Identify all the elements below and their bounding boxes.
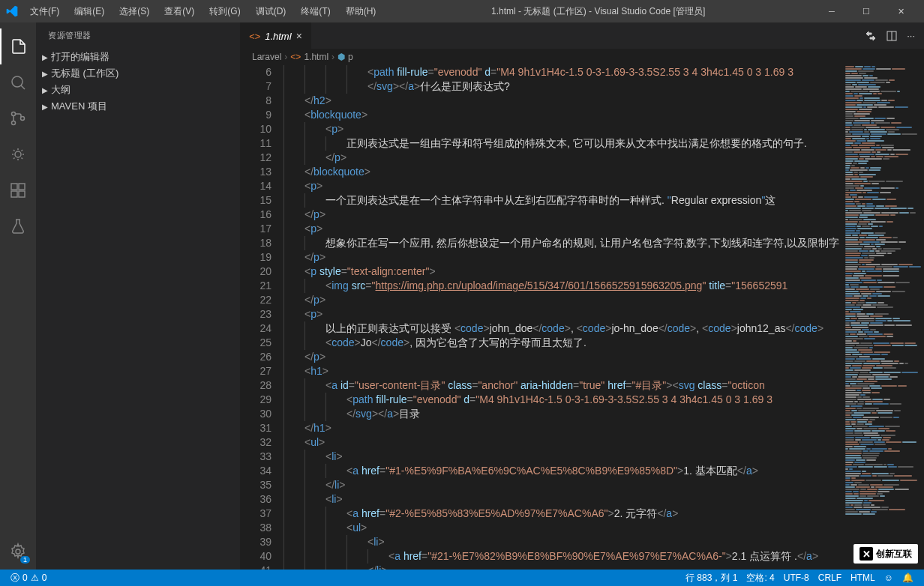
svg-point-9 [16, 549, 20, 554]
tab-label: 1.html [265, 31, 291, 42]
editor[interactable]: 6789101112131415161718192021222324252627… [240, 65, 924, 570]
svg-point-1 [12, 112, 16, 116]
vscode-logo-icon [6, 5, 18, 17]
menu-edit[interactable]: 编辑(E) [68, 4, 110, 19]
test-icon[interactable] [0, 208, 36, 244]
breadcrumb-item[interactable]: p [348, 52, 353, 62]
status-cursor[interactable]: 行 883，列 1 [681, 572, 742, 585]
source-control-icon[interactable] [0, 100, 36, 136]
menu-file[interactable]: 文件(F) [24, 4, 65, 19]
chevron-right-icon: › [284, 52, 287, 62]
sidebar-maven[interactable]: ▶MAVEN 项目 [36, 98, 240, 115]
minimap[interactable] [842, 65, 924, 570]
compare-icon[interactable] [865, 30, 877, 42]
watermark-logo-icon: ✕ [860, 547, 873, 561]
status-encoding[interactable]: UTF-8 [779, 573, 814, 583]
code-content[interactable]: <path fill-rule="evenodd" d="M4 9h1v1H4c… [284, 65, 842, 570]
window-controls: ─ ☐ ✕ [814, 0, 918, 22]
svg-point-3 [21, 117, 25, 121]
tabs-bar: <> 1.html × ··· [240, 22, 924, 49]
menu-help[interactable]: 帮助(H) [340, 4, 382, 19]
svg-point-0 [12, 76, 22, 87]
explorer-icon[interactable] [0, 28, 36, 64]
status-eol[interactable]: CRLF [814, 573, 846, 583]
sidebar-title: 资源管理器 [36, 22, 240, 49]
menu-goto[interactable]: 转到(G) [203, 4, 246, 19]
settings-badge: 1 [20, 556, 30, 564]
html-file-icon: <> [290, 52, 301, 62]
svg-rect-8 [19, 184, 25, 190]
settings-icon[interactable]: 1 [0, 534, 36, 570]
maximize-button[interactable]: ☐ [849, 0, 884, 22]
tab-1html[interactable]: <> 1.html × [240, 22, 311, 49]
extensions-icon[interactable] [0, 172, 36, 208]
status-feedback[interactable]: ☺ [880, 573, 898, 583]
status-lang[interactable]: HTML [846, 573, 880, 583]
breadcrumb-item[interactable]: Laravel [252, 52, 281, 62]
chevron-right-icon: ▶ [42, 70, 48, 78]
chevron-right-icon: ▶ [42, 53, 48, 61]
svg-rect-5 [11, 184, 17, 190]
chevron-right-icon: ▶ [42, 103, 48, 111]
menu-debug[interactable]: 调试(D) [250, 4, 292, 19]
svg-point-2 [12, 121, 16, 125]
sidebar-outline[interactable]: ▶大纲 [36, 82, 240, 98]
svg-rect-7 [19, 191, 25, 197]
search-icon[interactable] [0, 64, 36, 100]
close-button[interactable]: ✕ [884, 0, 918, 22]
watermark: ✕ 创新互联 [854, 544, 918, 564]
svg-point-4 [15, 151, 21, 157]
menu-terminal[interactable]: 终端(T) [295, 4, 336, 19]
sidebar-open-editors[interactable]: ▶打开的编辑器 [36, 49, 240, 65]
debug-icon[interactable] [0, 136, 36, 172]
status-bell-icon[interactable]: 🔔 [898, 573, 918, 583]
statusbar: ⓧ 0 ⚠ 0 行 883，列 1 空格: 4 UTF-8 CRLF HTML … [0, 570, 924, 586]
editor-area: <> 1.html × ··· Laravel › <> 1.html › ⬢ … [240, 22, 924, 570]
sidebar-workspace[interactable]: ▶无标题 (工作区) [36, 65, 240, 82]
titlebar: 文件(F) 编辑(E) 选择(S) 查看(V) 转到(G) 调试(D) 终端(T… [0, 0, 924, 22]
activity-bar: 1 [0, 22, 36, 570]
status-errors[interactable]: ⓧ 0 ⚠ 0 [6, 572, 51, 585]
sidebar: 资源管理器 ▶打开的编辑器 ▶无标题 (工作区) ▶大纲 ▶MAVEN 项目 [36, 22, 240, 570]
svg-rect-6 [11, 191, 17, 197]
menu-select[interactable]: 选择(S) [113, 4, 155, 19]
more-icon[interactable]: ··· [907, 30, 915, 42]
split-editor-icon[interactable] [886, 30, 898, 42]
element-icon: ⬢ [338, 52, 345, 62]
breadcrumb-item[interactable]: 1.html [304, 52, 328, 62]
menu-bar: 文件(F) 编辑(E) 选择(S) 查看(V) 转到(G) 调试(D) 终端(T… [24, 4, 382, 19]
menu-view[interactable]: 查看(V) [158, 4, 200, 19]
chevron-right-icon: ▶ [42, 86, 48, 94]
breadcrumb[interactable]: Laravel › <> 1.html › ⬢ p [240, 49, 924, 65]
close-icon[interactable]: × [296, 30, 302, 42]
chevron-right-icon: › [332, 52, 334, 62]
status-spaces[interactable]: 空格: 4 [742, 572, 778, 585]
window-title: 1.html - 无标题 (工作区) - Visual Studio Code … [382, 5, 814, 18]
line-gutter: 6789101112131415161718192021222324252627… [240, 65, 284, 570]
html-file-icon: <> [249, 31, 260, 42]
minimize-button[interactable]: ─ [814, 0, 849, 22]
